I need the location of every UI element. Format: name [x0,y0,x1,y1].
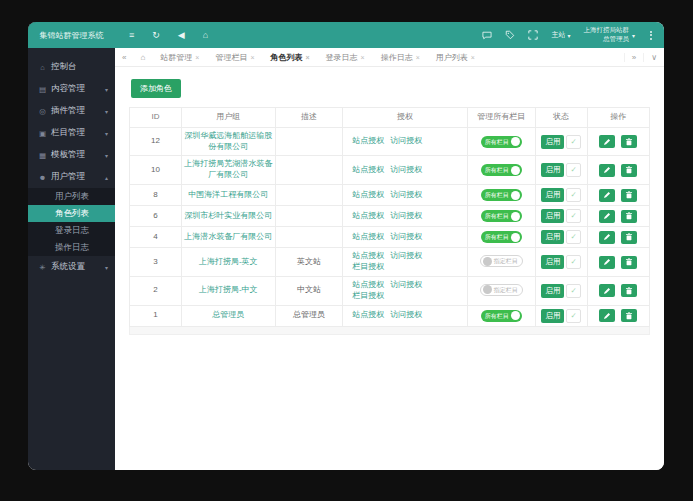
user-group-link[interactable]: 深圳市杉叶实业有限公司 [184,211,272,220]
status-check-button[interactable]: ✓ [566,309,580,323]
auth-link[interactable]: 站点授权 [352,165,384,174]
status-enabled-button[interactable]: 启用 [541,135,564,149]
status-enabled-button[interactable]: 启用 [541,209,564,223]
auth-link[interactable]: 访问授权 [390,165,422,174]
status-check-button[interactable]: ✓ [566,163,580,177]
user-group-link[interactable]: 中国海洋工程有限公司 [188,190,268,199]
delete-button[interactable] [621,189,637,202]
auth-link[interactable]: 访问授权 [390,211,422,220]
columns-scope-toggle[interactable]: 所有栏目 [481,231,522,243]
edit-button[interactable] [599,189,615,202]
delete-button[interactable] [621,135,637,148]
status-check-button[interactable]: ✓ [566,284,580,298]
status-check-button[interactable]: ✓ [566,209,580,223]
auth-link[interactable]: 站点授权 [352,280,384,289]
collapse-tabs-icon[interactable]: « [115,53,133,62]
auth-link[interactable]: 访问授权 [390,310,422,319]
clear-icon[interactable]: ◀ [178,31,185,40]
tab[interactable]: 用户列表 × [428,48,483,66]
auth-link[interactable]: 站点授权 [352,251,384,260]
sidebar-item[interactable]: ✳ 系统设置 ▾ [28,256,115,278]
add-role-button[interactable]: 添加角色 [131,79,181,98]
tab[interactable]: 管理栏目 × [207,48,262,66]
refresh-icon[interactable]: ↻ [152,31,160,40]
kebab-menu-icon[interactable] [648,29,654,42]
sidebar-item[interactable]: ▦ 模板管理 ▾ [28,144,115,166]
tab[interactable]: 操作日志 × [373,48,428,66]
auth-link[interactable]: 栏目授权 [352,291,384,300]
status-enabled-button[interactable]: 启用 [541,230,564,244]
close-tab-icon[interactable]: × [195,54,199,61]
columns-scope-toggle[interactable]: 所有栏目 [481,310,522,322]
tab[interactable]: 登录日志 × [318,48,373,66]
sidebar-item[interactable]: ⌂ 控制台 [28,56,115,78]
user-group-link[interactable]: 总管理员 [212,310,244,319]
columns-scope-toggle[interactable]: 所有栏目 [481,136,522,148]
auth-link[interactable]: 站点授权 [352,232,384,241]
close-tab-icon[interactable]: × [361,54,365,61]
sidebar-subitem[interactable]: 用户列表 [28,188,115,205]
edit-button[interactable] [599,284,615,297]
columns-scope-toggle[interactable]: 指定栏目 [480,255,523,267]
delete-button[interactable] [621,164,637,177]
close-tab-icon[interactable]: × [305,54,309,61]
status-enabled-button[interactable]: 启用 [541,163,564,177]
edit-button[interactable] [599,164,615,177]
user-group-link[interactable]: 上海打捞局-英文 [199,257,258,266]
columns-scope-toggle[interactable]: 所有栏目 [481,189,522,201]
home-tab-icon[interactable]: ⌂ [133,53,152,62]
sidebar-item[interactable]: ☻ 用户管理 ▴ [28,166,115,188]
delete-button[interactable] [621,210,637,223]
user-dropdown[interactable]: 上海打捞局站群 总管理员 ▾ [583,26,635,44]
auth-link[interactable]: 访问授权 [390,136,422,145]
sidebar-item[interactable]: ▣ 栏目管理 ▾ [28,122,115,144]
sidebar-subitem[interactable]: 登录日志 [28,222,115,239]
site-dropdown[interactable]: 主站 ▾ [551,30,570,40]
home-icon[interactable]: ⌂ [203,31,208,40]
status-enabled-button[interactable]: 启用 [541,188,564,202]
auth-link[interactable]: 访问授权 [390,232,422,241]
tab[interactable]: 站群管理 × [152,48,207,66]
tab-options-icon[interactable]: ∨ [643,53,664,62]
sidebar-item[interactable]: ◎ 插件管理 ▾ [28,100,115,122]
sidebar-subitem[interactable]: 角色列表 [28,205,115,222]
delete-button[interactable] [621,231,637,244]
status-check-button[interactable]: ✓ [566,188,580,202]
close-tab-icon[interactable]: × [250,54,254,61]
columns-scope-toggle[interactable]: 所有栏目 [481,210,522,222]
user-group-link[interactable]: 上海打捞局-中文 [199,285,258,294]
auth-link[interactable]: 站点授权 [352,310,384,319]
tag-icon[interactable] [505,30,515,40]
auth-link[interactable]: 访问授权 [390,280,422,289]
auth-link[interactable]: 栏目授权 [352,262,384,271]
user-group-link[interactable]: 上海打捞局芜湖潜水装备厂有限公司 [184,159,272,179]
status-check-button[interactable]: ✓ [566,135,580,149]
columns-scope-toggle[interactable]: 所有栏目 [481,164,522,176]
menu-icon[interactable]: ≡ [129,31,134,40]
edit-button[interactable] [599,256,615,269]
expand-tabs-icon[interactable]: » [624,53,643,62]
tab[interactable]: 角色列表 × [262,48,317,66]
fullscreen-icon[interactable] [528,30,538,40]
status-check-button[interactable]: ✓ [566,255,580,269]
status-enabled-button[interactable]: 启用 [541,284,564,298]
delete-button[interactable] [621,309,637,322]
auth-link[interactable]: 访问授权 [390,190,422,199]
status-enabled-button[interactable]: 启用 [541,309,564,323]
close-tab-icon[interactable]: × [471,54,475,61]
sidebar-item[interactable]: ▤ 内容管理 ▾ [28,78,115,100]
user-group-link[interactable]: 上海潜水装备厂有限公司 [184,232,272,241]
status-check-button[interactable]: ✓ [566,230,580,244]
auth-link[interactable]: 站点授权 [352,136,384,145]
close-tab-icon[interactable]: × [416,54,420,61]
status-enabled-button[interactable]: 启用 [541,255,564,269]
user-group-link[interactable]: 深圳华威远海船舶运输股份有限公司 [184,131,272,151]
auth-link[interactable]: 站点授权 [352,211,384,220]
auth-link[interactable]: 访问授权 [390,251,422,260]
edit-button[interactable] [599,309,615,322]
edit-button[interactable] [599,210,615,223]
edit-button[interactable] [599,231,615,244]
delete-button[interactable] [621,256,637,269]
auth-link[interactable]: 站点授权 [352,190,384,199]
message-icon[interactable] [482,31,492,40]
